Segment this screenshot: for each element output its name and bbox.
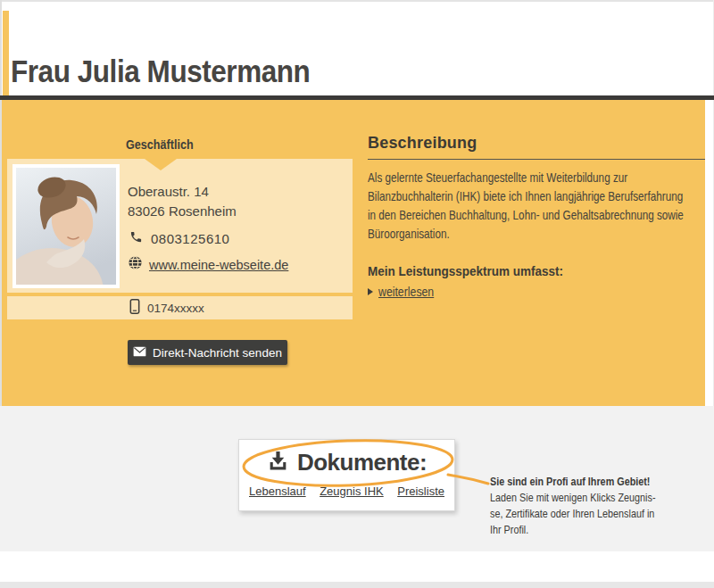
phone-row: 0803125610 <box>129 230 229 247</box>
globe-icon <box>128 255 143 274</box>
description-line: in den Bereichen Buchhaltung, Lohn- und … <box>368 205 631 224</box>
annotation-text: Sie sind ein Profi auf Ihrem Gebiet! Lad… <box>490 474 697 538</box>
mobile-number: 0174xxxxx <box>147 302 204 315</box>
profile-page: Frau Julia Mustermann Geschäftlich <box>0 0 714 588</box>
read-more-link[interactable]: weiterlesen <box>378 284 434 299</box>
mobile-card: 0174xxxxx <box>7 296 353 319</box>
description-paragraph: Als gelernte Steuerfachangestellte mit W… <box>368 168 705 243</box>
footer-bar <box>0 582 714 588</box>
footer-white-strip <box>0 551 714 582</box>
page-title: Frau Julia Mustermann <box>11 54 310 89</box>
description-heading: Beschreibung <box>368 134 705 160</box>
read-more-row: weiterlesen <box>368 284 705 299</box>
document-links-row: Lebenslauf Zeugnis IHK Preisliste <box>239 484 454 498</box>
download-icon <box>267 450 289 476</box>
envelope-icon <box>133 346 146 360</box>
spectrum-label: Mein Leistungsspektrum umfasst: <box>368 263 671 278</box>
left-accent-stripe <box>3 11 9 100</box>
phone-number: 0803125610 <box>151 231 229 246</box>
tab-pointer-icon <box>145 159 177 170</box>
address-line2: 83026 Rosenheim <box>128 203 237 219</box>
document-link-lebenslauf[interactable]: Lebenslauf <box>249 484 306 498</box>
description-line: Büroorganisation. <box>368 224 631 243</box>
documents-box: Dokumente: Lebenslauf Zeugnis IHK Preisl… <box>238 439 455 511</box>
document-link-preisliste[interactable]: Preisliste <box>397 484 444 498</box>
contact-tab-business[interactable]: Geschäftlich <box>126 137 194 152</box>
direct-message-label: Direkt-Nachricht senden <box>153 346 282 360</box>
top-border <box>0 0 714 2</box>
address-line1: Oberaustr. 14 <box>128 184 209 199</box>
documents-heading-row: Dokumente: <box>239 448 454 476</box>
website-row: www.meine-webseite.de <box>128 255 288 274</box>
description-section: Beschreibung Als gelernte Steuerfachange… <box>368 134 705 299</box>
website-link[interactable]: www.meine-webseite.de <box>149 258 288 272</box>
description-line: Als gelernte Steuerfachangestellte mit W… <box>368 168 631 186</box>
annotation-line: Ihr Profil. <box>490 522 656 538</box>
caret-right-icon <box>368 288 373 295</box>
annotation-headline: Sie sind ein Profi auf Ihrem Gebiet! <box>490 474 656 490</box>
direct-message-button[interactable]: Direkt-Nachricht senden <box>128 340 287 365</box>
annotation-line: se, Zertifikate oder Ihren Lebenslauf in <box>490 506 656 522</box>
document-link-zeugnis-ihk[interactable]: Zeugnis IHK <box>320 484 384 498</box>
documents-panel: Dokumente: Lebenslauf Zeugnis IHK Preisl… <box>0 406 714 551</box>
profile-section: Geschäftlich Oberaustr. 14 <box>2 100 705 406</box>
description-line: Bilanzbuchhalterin (IHK) biete ich Ihnen… <box>368 186 631 205</box>
phone-icon <box>129 230 143 247</box>
documents-heading: Dokumente: <box>297 449 427 476</box>
annotation-line: Laden Sie mit wenigen Klicks Zeugnis- <box>490 490 656 506</box>
profile-photo <box>12 164 120 288</box>
smartphone-icon <box>129 299 140 318</box>
